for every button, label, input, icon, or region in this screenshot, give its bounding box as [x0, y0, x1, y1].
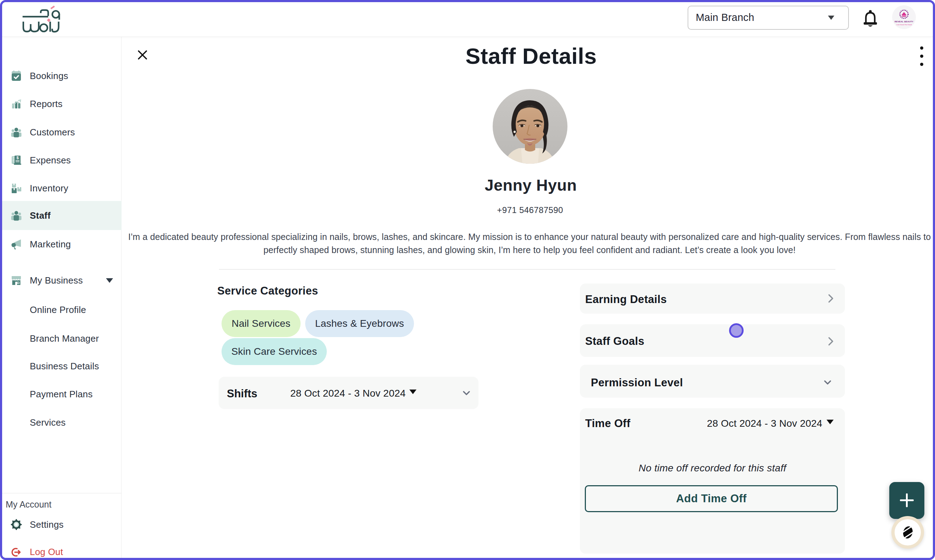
- svg-text:Look Good, Feel Good: Look Good, Feel Good: [897, 24, 912, 26]
- svg-text:$: $: [16, 155, 18, 160]
- svg-text:REVEAL BEAUTY: REVEAL BEAUTY: [895, 20, 913, 23]
